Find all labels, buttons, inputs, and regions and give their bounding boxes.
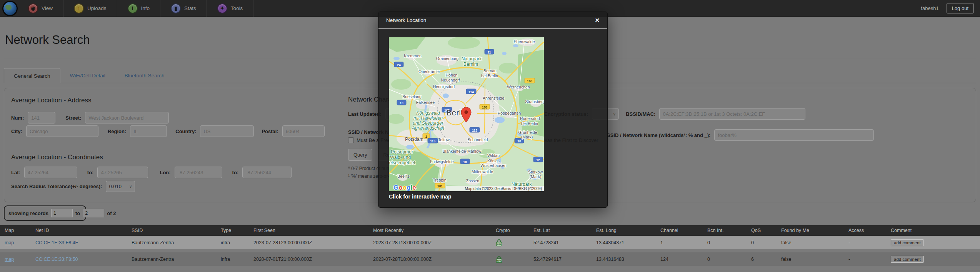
svg-text:Oranienburg: Oranienburg [436, 56, 459, 61]
postal-input[interactable] [282, 125, 325, 137]
map-link[interactable]: map [5, 240, 14, 245]
country-input[interactable] [200, 125, 254, 137]
tab-wifi-cell-detail[interactable]: WiFi/Cell Detail [60, 68, 115, 83]
add-comment-button[interactable]: add comment [891, 239, 924, 246]
svg-text:Grünheide: Grünheide [518, 130, 537, 135]
svg-text:Werneuchen: Werneuchen [507, 85, 530, 89]
netid-link[interactable]: CC:CE:1E:33:F8:4F [35, 240, 78, 245]
svg-text:Falkensee: Falkensee [416, 100, 435, 105]
tab-general-search[interactable]: General Search [4, 68, 60, 83]
first-seen-cell: 2023-07-28T23:00:00.000Z [249, 240, 368, 245]
region-label: Region: [108, 128, 126, 134]
svg-text:Neuendorf: Neuendorf [441, 78, 460, 82]
netid-link[interactable]: CC:CE:1E:33:F8:50 [35, 257, 78, 262]
channel-cell: 124 [656, 257, 703, 262]
ssid-input[interactable] [714, 129, 874, 141]
table-row: map CC:CE:1E:33:F8:4F Bautzemann-Zentra … [0, 236, 980, 249]
col-header-found-by-me: Found by Me [777, 228, 844, 233]
wigle-globe-logo[interactable] [2, 1, 18, 16]
svg-text:Oberkrämer: Oberkrämer [418, 69, 440, 74]
col-header-bcn-int: Bcn Int. [703, 228, 747, 233]
ssid-cell: Bautzemann-Zentra [127, 257, 216, 262]
svg-text:158: 158 [482, 105, 487, 109]
nav-item-view[interactable]: ◉ View [18, 0, 63, 17]
svg-text:(Mark): (Mark) [530, 174, 541, 179]
logout-button[interactable]: Log out [947, 3, 974, 13]
lat-to-label: to: [87, 170, 94, 175]
col-header-ssid: SSID [127, 228, 216, 233]
static-map[interactable]: 24 11 168 10 114 100 158 113 1 115 10 10… [389, 37, 544, 191]
street-input[interactable] [85, 112, 169, 123]
svg-text:Trebbin: Trebbin [433, 178, 446, 182]
col-header-access: Access [844, 228, 886, 233]
lon-to-input[interactable] [242, 167, 292, 178]
last-updated-label: Last Updated: [348, 111, 382, 117]
query-button[interactable]: Query [348, 149, 372, 161]
col-header-first-seen: First Seen [249, 228, 368, 233]
svg-text:168: 168 [527, 79, 532, 83]
info-icon: i [128, 3, 138, 13]
num-label: Num: [11, 115, 24, 121]
tolerance-select[interactable]: 0.010 ∨ [106, 181, 135, 192]
region-input[interactable] [130, 125, 167, 137]
svg-text:Ahrensfelde: Ahrensfelde [483, 96, 504, 100]
col-header-type: Type [216, 228, 249, 233]
close-icon[interactable]: ✕ [595, 17, 600, 24]
lat-to-input[interactable] [97, 167, 148, 178]
lon-to-label: to: [232, 170, 239, 175]
map-caption[interactable]: Click for interactive map [389, 194, 452, 200]
ssid-cell: Bautzemann-Zentra [127, 240, 216, 245]
add-comment-button[interactable]: add comment [891, 256, 924, 263]
map-link[interactable]: map [5, 257, 14, 262]
nav-item-label: Stats [184, 5, 196, 11]
svg-text:Schönefeld: Schönefeld [468, 137, 488, 142]
svg-text:Königswald: Königswald [416, 110, 440, 116]
svg-text:1: 1 [425, 135, 427, 139]
google-logo: Google [393, 184, 416, 191]
found-by-me-cell: false [777, 240, 844, 245]
lat-from-input[interactable] [24, 167, 77, 178]
lon-from-input[interactable] [175, 167, 222, 178]
nav-item-info[interactable]: i Info [117, 0, 161, 17]
view-icon: ◉ [28, 3, 38, 13]
nav-item-tools[interactable]: ✦ Tools [207, 0, 254, 17]
records-to-input[interactable] [83, 209, 104, 217]
num-input[interactable] [28, 112, 55, 123]
bcn-int-cell: 0 [703, 240, 747, 245]
tools-icon: ✦ [217, 3, 227, 13]
nav-item-stats[interactable]: ▮ Stats [160, 0, 207, 17]
svg-text:Blankenfelde-Mahlow: Blankenfelde-Mahlow [443, 149, 482, 154]
freenet-checkbox[interactable] [348, 137, 354, 143]
tolerance-value: 0.010 [109, 184, 122, 189]
svg-text:Eberswalde: Eberswalde [514, 39, 535, 44]
lat-label: Lat: [11, 170, 20, 175]
chevron-down-icon: ∨ [129, 184, 132, 189]
svg-text:Storkow: Storkow [528, 170, 543, 174]
svg-text:Mittenwalde: Mittenwalde [472, 169, 493, 174]
est-long-cell: 13.44304371 [592, 240, 656, 245]
wpa-lock-icon: WPA [496, 239, 502, 247]
type-cell: infra [216, 240, 249, 245]
svg-text:Potsdam: Potsdam [405, 137, 423, 142]
svg-text:114: 114 [468, 90, 474, 94]
nav-item-uploads[interactable]: ↑ Uploads [63, 0, 117, 17]
nav-item-label: Uploads [87, 5, 107, 11]
showing-records-bar: showing records to of 2 [4, 205, 86, 221]
table-row: map CC:CE:1E:33:F8:50 Bautzemann-Zentra … [0, 252, 980, 266]
svg-text:Ludwigsfelde: Ludwigsfelde [430, 159, 453, 164]
tolerance-row: Search Radius Tolerance(+/- degrees): 0.… [11, 181, 135, 192]
records-from-input[interactable] [51, 209, 73, 217]
bssid-input[interactable] [659, 108, 805, 120]
svg-text:WPA: WPA [497, 243, 501, 245]
network-location-modal: Network Location ✕ [378, 12, 608, 208]
city-input[interactable] [26, 125, 98, 137]
svg-text:Agrarlandschaft: Agrarlandschaft [412, 125, 445, 131]
col-header-crypto: Crypto [491, 228, 529, 233]
svg-text:Hohen: Hohen [446, 73, 458, 77]
wpa-lock-icon: WPA [496, 255, 502, 263]
svg-text:Königs: Königs [487, 159, 500, 163]
tab-bluetooth-search[interactable]: Bluetooth Search [115, 68, 174, 83]
qos-cell: 0 [747, 240, 777, 245]
tolerance-label: Search Radius Tolerance(+/- degrees): [11, 184, 102, 189]
most-recently-cell: 2023-07-28T18:00:00.000Z [368, 257, 491, 262]
